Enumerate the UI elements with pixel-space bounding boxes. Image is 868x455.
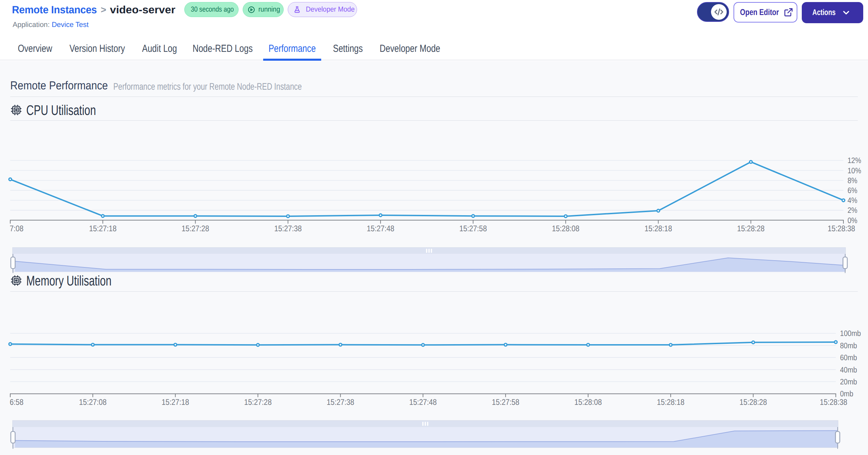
svg-text:15:28:08: 15:28:08 xyxy=(552,224,580,233)
svg-text:10%: 10% xyxy=(848,166,861,175)
svg-text:15:27:48: 15:27:48 xyxy=(367,224,395,233)
svg-text:15:28:08: 15:28:08 xyxy=(574,398,602,407)
svg-text:2%: 2% xyxy=(848,206,857,215)
svg-text:8%: 8% xyxy=(848,176,857,185)
svg-text:100mb: 100mb xyxy=(840,329,861,338)
svg-text:80mb: 80mb xyxy=(840,341,857,350)
svg-text:0%: 0% xyxy=(848,216,857,225)
svg-text:15:28:38: 15:28:38 xyxy=(820,398,848,407)
svg-text:4%: 4% xyxy=(848,196,857,205)
svg-text:6:58: 6:58 xyxy=(10,398,23,407)
svg-text:15:28:28: 15:28:28 xyxy=(739,398,767,407)
svg-text:6%: 6% xyxy=(848,186,857,195)
svg-text:20mb: 20mb xyxy=(840,377,857,386)
svg-text:12%: 12% xyxy=(848,156,861,165)
svg-text:15:27:28: 15:27:28 xyxy=(244,398,272,407)
svg-text:0mb: 0mb xyxy=(840,389,853,398)
svg-text:15:27:18: 15:27:18 xyxy=(89,224,117,233)
svg-text:40mb: 40mb xyxy=(840,365,857,374)
svg-text:60mb: 60mb xyxy=(840,353,857,362)
svg-text:15:27:38: 15:27:38 xyxy=(274,224,302,233)
svg-text:15:27:08: 15:27:08 xyxy=(79,398,107,407)
svg-text:15:28:18: 15:28:18 xyxy=(644,224,672,233)
svg-text:15:28:28: 15:28:28 xyxy=(737,224,765,233)
svg-text:7:08: 7:08 xyxy=(10,224,23,233)
svg-text:15:27:58: 15:27:58 xyxy=(459,224,487,233)
svg-text:15:27:18: 15:27:18 xyxy=(161,398,189,407)
svg-text:15:28:18: 15:28:18 xyxy=(657,398,685,407)
svg-text:15:27:38: 15:27:38 xyxy=(327,398,354,407)
svg-text:15:28:38: 15:28:38 xyxy=(828,224,855,233)
svg-text:15:27:58: 15:27:58 xyxy=(492,398,520,407)
svg-text:15:27:48: 15:27:48 xyxy=(409,398,437,407)
svg-text:15:27:28: 15:27:28 xyxy=(182,224,209,233)
